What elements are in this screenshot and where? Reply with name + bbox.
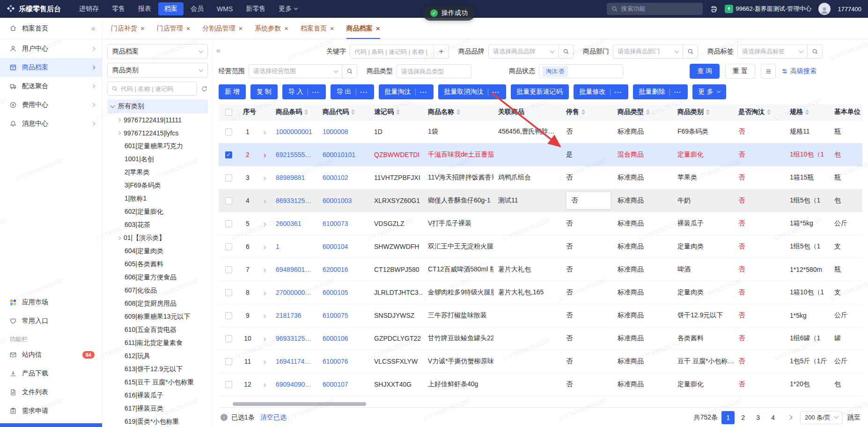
row-checkbox[interactable]: [225, 266, 232, 273]
sidebar-item-home[interactable]: 档案首页 «: [0, 18, 102, 39]
barcode-link[interactable]: 69215555…: [276, 151, 311, 158]
topbar-menu-item[interactable]: 更多: [272, 2, 303, 15]
sidebar-item[interactable]: 消息中心: [0, 114, 102, 133]
code-link[interactable]: 6100073: [323, 220, 348, 227]
product-row[interactable]: 486933125…60001003XLRXSYZ60G1鄉僅人香酥鱼仔60g-…: [219, 189, 862, 212]
more-options-icon[interactable]: ···: [615, 89, 622, 96]
product-row[interactable]: 388989881600010211VHTZPBFJXI11V海天招牌拌饭酱香辣…: [219, 166, 862, 189]
column-header[interactable]: 规格: [785, 104, 830, 120]
page-button[interactable]: 1: [721, 411, 735, 424]
page-button[interactable]: 3: [751, 411, 765, 424]
tab-close-icon[interactable]: ×: [186, 25, 191, 32]
tag-select[interactable]: 请选择商品标签: [737, 45, 808, 59]
barcode-link[interactable]: 88989881: [276, 174, 305, 181]
more-options-icon[interactable]: ···: [674, 89, 682, 96]
column-header[interactable]: 速记码: [369, 104, 423, 120]
row-expand-icon[interactable]: [262, 291, 266, 295]
add-keyword-button[interactable]: +: [434, 45, 449, 59]
tree-item[interactable]: 603|花茶: [107, 218, 208, 232]
sort-icon[interactable]: [304, 107, 308, 117]
tree-item[interactable]: 611|南北货定量素食: [107, 337, 208, 350]
topbar-menu-item[interactable]: 进销存: [73, 2, 105, 15]
category-search-input[interactable]: [121, 85, 193, 92]
tree-root-all-categories[interactable]: 所有类别: [107, 99, 208, 113]
tab-close-icon[interactable]: ×: [140, 25, 145, 32]
code-link[interactable]: 6000104: [323, 243, 348, 250]
tree-item[interactable]: 616|裸装瓜子: [107, 389, 208, 402]
column-header[interactable]: 商品名称: [423, 104, 493, 120]
product-row[interactable]: 1269094090…6000107SHJXXT40G上好佳鲜虾条40g否标准商…: [219, 373, 862, 396]
action-button[interactable]: 批量修改···: [574, 84, 628, 99]
tree-item[interactable]: 601|定量糖果巧克力: [107, 140, 208, 153]
row-checkbox[interactable]: [225, 243, 232, 250]
column-header[interactable]: 商品类型: [613, 104, 673, 120]
row-expand-icon[interactable]: [262, 199, 266, 203]
row-checkbox[interactable]: [225, 220, 232, 227]
tree-item[interactable]: 610|五金百货电器: [107, 323, 208, 337]
page-button[interactable]: 2: [736, 411, 750, 424]
action-button[interactable]: 批量取消淘汰···: [438, 84, 506, 99]
product-row[interactable]: 616000104SHWZWWDFH双汇王中王无淀粉火腿肠否标准商品定量肉类否1…: [219, 235, 862, 258]
code-link[interactable]: 6000106: [323, 335, 348, 342]
tab-close-icon[interactable]: ×: [376, 25, 380, 32]
tab-close-icon[interactable]: ×: [239, 25, 243, 32]
code-link[interactable]: 6000107: [323, 381, 348, 388]
status-tag[interactable]: 淘汰:否: [542, 66, 568, 77]
next-page-button[interactable]: [783, 411, 796, 424]
reset-button[interactable]: 重 置: [725, 64, 755, 79]
sidebar-item[interactable]: 配送聚合: [0, 77, 102, 96]
tree-item[interactable]: 613|饼干12.9元以下: [107, 363, 208, 376]
product-row[interactable]: 1116941174…6100076VLCSSFXLYWV力诚*手撕仿蟹柳原味否…: [219, 350, 862, 373]
action-button[interactable]: 批量淘汰···: [379, 84, 434, 99]
code-link[interactable]: 1000008: [323, 128, 348, 135]
tree-item[interactable]: 1|散称1: [107, 192, 208, 205]
column-header[interactable]: 商品代码: [318, 104, 369, 120]
tree-item[interactable]: 617|裸装豆类: [107, 402, 208, 415]
tree-item[interactable]: 2|苹果类: [107, 166, 208, 179]
topbar-menu-item[interactable]: 新零售: [240, 2, 272, 15]
avatar[interactable]: [818, 3, 831, 15]
barcode-link[interactable]: 86933125…: [276, 197, 311, 204]
row-expand-icon[interactable]: [262, 314, 266, 318]
product-row[interactable]: ✓269215555…600010101QZBWWDETDI千滋百味我de土豆番…: [219, 143, 862, 166]
product-row[interactable]: 921817366100075SNSDJYWSZ三牛苏打椒盐味散装否标准商品饼干…: [219, 304, 862, 327]
column-header[interactable]: 是否淘汰: [734, 104, 785, 120]
tab[interactable]: 门店管理×: [157, 18, 191, 39]
product-row[interactable]: 1096933125…6000106GZPDCLYGT22甘竹牌豆豉鲮鱼罐头22…: [219, 327, 862, 350]
tree-item[interactable]: 3|F69条码类: [107, 179, 208, 192]
sidebar-collapse-icon[interactable]: «: [91, 24, 96, 33]
product-row[interactable]: 769489601…6200016CT12BWPJ580CT12百威啤酒580m…: [219, 258, 862, 281]
sidebar-item[interactable]: 费用中心: [0, 96, 102, 114]
global-search-input[interactable]: 搜索功能: [607, 3, 703, 15]
status-select[interactable]: 淘汰:否: [539, 64, 623, 78]
sort-icon[interactable]: [706, 107, 710, 117]
tab[interactable]: 门店补货×: [111, 18, 145, 39]
topbar-menu-item[interactable]: 报表: [132, 2, 157, 15]
row-expand-icon[interactable]: [262, 130, 266, 134]
product-row[interactable]: 827000000…6000105JLRLDTJHTC3…金锣肉粒多9特级火腿肠…: [219, 281, 862, 304]
row-checkbox[interactable]: ✓: [225, 151, 232, 158]
code-link[interactable]: 6100075: [323, 312, 348, 319]
product-row[interactable]: 526003616100073VDSGZLZV打手瓜子裸装否标准商品裸装瓜子否1…: [219, 212, 862, 235]
tab-close-icon[interactable]: ×: [284, 25, 288, 32]
tree-item[interactable]: 619|蛋类*小包称重: [107, 415, 208, 427]
sort-icon[interactable]: [767, 107, 771, 117]
code-link[interactable]: 60001003: [323, 197, 352, 204]
row-expand-icon[interactable]: [262, 337, 266, 341]
topbar-menu-item[interactable]: 档案: [158, 2, 184, 15]
code-link[interactable]: 6000102: [323, 174, 348, 181]
barcode-link[interactable]: 2181736: [276, 312, 302, 319]
sidebar-item[interactable]: 用户中心: [0, 39, 102, 58]
sidebar-item[interactable]: 应用市场: [0, 293, 102, 312]
brand-select[interactable]: 请选择商品品牌: [488, 45, 559, 59]
action-button[interactable]: 批量更新速记码: [511, 84, 569, 99]
column-header[interactable]: 基本单位: [830, 104, 862, 120]
code-link[interactable]: 6000105: [323, 289, 348, 296]
tree-item[interactable]: 604|定量肉类: [107, 245, 208, 258]
row-checkbox[interactable]: [225, 289, 232, 296]
tab[interactable]: 系统参数×: [255, 18, 288, 39]
printer-icon[interactable]: [710, 5, 718, 13]
tree-item[interactable]: 609|称重糖果13元以下: [107, 310, 208, 323]
sidebar-item[interactable]: 需求申请: [0, 402, 102, 420]
sidebar-item[interactable]: 站内信 84: [0, 345, 102, 364]
